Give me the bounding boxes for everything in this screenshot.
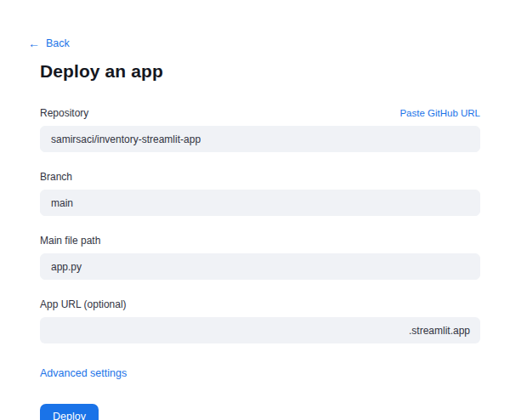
repository-field: Repository Paste GitHub URL (40, 107, 480, 152)
app-url-suffix: .streamlit.app (409, 325, 470, 337)
main-file-path-label: Main file path (40, 235, 100, 247)
repository-input[interactable] (40, 126, 480, 152)
back-link[interactable]: ← Back (28, 37, 70, 49)
deploy-app-page: ← Back Deploy an app Repository Paste Gi… (0, 0, 510, 420)
app-url-input[interactable] (50, 325, 409, 337)
app-url-label: App URL (optional) (40, 298, 127, 310)
paste-github-url-link[interactable]: Paste GitHub URL (400, 108, 480, 118)
branch-field: Branch (40, 171, 480, 216)
advanced-settings-link[interactable]: Advanced settings (40, 367, 127, 379)
main-file-path-label-row: Main file path (40, 235, 480, 247)
repository-label-row: Repository Paste GitHub URL (40, 107, 480, 119)
branch-label: Branch (40, 171, 72, 183)
branch-label-row: Branch (40, 171, 480, 183)
app-url-label-row: App URL (optional) (40, 298, 480, 310)
branch-input[interactable] (40, 190, 480, 216)
main-file-path-field: Main file path (40, 235, 480, 280)
deploy-button[interactable]: Deploy (40, 404, 99, 420)
app-url-field: App URL (optional) .streamlit.app (40, 298, 480, 343)
back-label: Back (46, 37, 70, 49)
page-title: Deploy an app (40, 61, 480, 82)
arrow-left-icon: ← (28, 37, 40, 49)
app-url-input-wrap: .streamlit.app (40, 317, 480, 343)
repository-label: Repository (40, 107, 88, 119)
main-file-path-input[interactable] (40, 253, 480, 280)
